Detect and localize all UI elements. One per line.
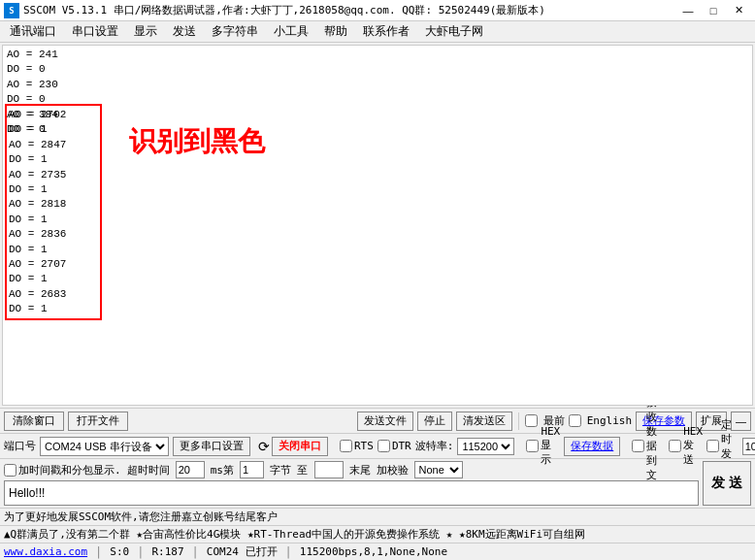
terminal-line: AO = 230 bbox=[7, 78, 748, 92]
terminal-line: AO = 384 bbox=[7, 108, 748, 122]
terminal-line: DO = 0 bbox=[7, 92, 748, 107]
terminal-line: AO = 241 bbox=[7, 48, 748, 62]
options-row: 加时间戳和分包显示. 超时时间 ms第 字节 至 末尾 加校验 None bbox=[4, 461, 699, 478]
time-packet-checkbox[interactable] bbox=[4, 464, 16, 477]
highlight-line: AO = 2818 bbox=[9, 197, 98, 212]
english-checkbox[interactable] bbox=[569, 414, 581, 427]
stop-button[interactable]: 停止 bbox=[417, 412, 452, 431]
baud-label: 波特率: bbox=[415, 439, 454, 453]
highlight-line: DO = 1 bbox=[9, 122, 98, 137]
baud-select[interactable]: 115200 bbox=[457, 438, 514, 455]
website-link[interactable]: www.daxia.com bbox=[4, 545, 87, 558]
menu-contact[interactable]: 联系作者 bbox=[355, 21, 417, 42]
text-input[interactable]: Hello!!! bbox=[4, 480, 699, 506]
recv-file-checkbox[interactable] bbox=[632, 440, 644, 452]
statusbar: www.daxia.com | S:0 | R:187 | COM24 已打开 … bbox=[0, 543, 755, 560]
input-row: 加时间戳和分包显示. 超时时间 ms第 字节 至 末尾 加校验 None Hel… bbox=[0, 459, 755, 508]
highlight-line: AO = 2702 bbox=[9, 108, 98, 122]
menubar: 通讯端口 串口设置 显示 发送 多字符串 小工具 帮助 联系作者 大虾电子网 bbox=[0, 21, 755, 43]
clear-window-button[interactable]: 清除窗口 bbox=[4, 412, 64, 431]
time-packet-group: 加时间戳和分包显示. bbox=[4, 463, 121, 478]
terminal-display[interactable]: AO = 241DO = 0AO = 230DO = 0AO = 384DO =… bbox=[2, 45, 753, 406]
menu-multistring[interactable]: 多字符串 bbox=[204, 21, 266, 42]
minimize-button[interactable]: — bbox=[675, 0, 701, 21]
timeout-label: 超时时间 bbox=[127, 463, 170, 478]
highlight-line: DO = 1 bbox=[9, 213, 98, 227]
input-area: 加时间戳和分包显示. 超时时间 ms第 字节 至 末尾 加校验 None Hel… bbox=[4, 461, 699, 506]
app-icon: S bbox=[4, 3, 19, 18]
highlight-line: AO = 2836 bbox=[9, 227, 98, 242]
r-counter: R:187 bbox=[151, 545, 183, 558]
terminal-line: DO = 0 bbox=[7, 122, 748, 137]
highlight-line: DO = 1 bbox=[9, 182, 98, 197]
marquee-text: ▲Q群满员了,没有第二个群 ★合宙高性价比4G模块 ★RT-Thread中国人的… bbox=[4, 528, 585, 541]
highlight-line: DO = 1 bbox=[9, 152, 98, 167]
highlight-box: AO = 2702DO = 1AO = 2847DO = 1AO = 2735D… bbox=[5, 104, 102, 320]
dtr-checkbox[interactable] bbox=[378, 440, 390, 452]
hex-send-checkbox[interactable] bbox=[669, 440, 681, 452]
hex-display-checkbox[interactable] bbox=[526, 440, 539, 452]
terminal-line: DO = 0 bbox=[7, 62, 748, 77]
highlight-line: AO = 2847 bbox=[9, 138, 98, 152]
highlight-line: AO = 2683 bbox=[9, 287, 98, 302]
close-port-button[interactable]: 关闭串口 bbox=[272, 437, 328, 456]
bottom-panel: 端口号 COM24 USB 串行设备 更多串口设置 ⟳ 关闭串口 RTS DTR… bbox=[0, 433, 755, 560]
rts-checkbox[interactable] bbox=[340, 440, 352, 452]
terminal-pre-highlight: AO = 241DO = 0AO = 230DO = 0AO = 384DO =… bbox=[7, 48, 748, 137]
port-status: COM24 已打开 bbox=[207, 544, 278, 559]
timed-send-checkbox[interactable] bbox=[706, 440, 719, 452]
app-icon-text: S bbox=[9, 6, 14, 16]
ms-label: ms第 bbox=[211, 463, 234, 478]
main-content: AO = 241DO = 0AO = 230DO = 0AO = 384DO =… bbox=[0, 43, 755, 560]
send-button[interactable]: 发 送 bbox=[703, 461, 751, 506]
rts-group: RTS bbox=[340, 440, 374, 452]
rts-label: RTS bbox=[354, 440, 374, 452]
menu-serial-settings[interactable]: 串口设置 bbox=[64, 21, 126, 42]
timed-value-input[interactable] bbox=[742, 438, 755, 455]
titlebar: S SSCOM V5.13.1 串口/网络数据调试器,作者:大虾丁丁,26180… bbox=[0, 0, 755, 21]
timeout-input[interactable] bbox=[176, 461, 205, 478]
highlight-line: AO = 2735 bbox=[9, 168, 98, 182]
baud-info: 115200bps,8,1,None,None bbox=[300, 545, 447, 558]
menu-comport[interactable]: 通讯端口 bbox=[2, 21, 64, 42]
checksum-select[interactable]: None bbox=[414, 461, 463, 478]
highlight-line: AO = 2707 bbox=[9, 257, 98, 272]
promo-text: 为了更好地发展SSCOM软件,请您注册嘉立创账号结尾客户 bbox=[4, 510, 278, 524]
char-label: 字节 至 bbox=[270, 463, 309, 478]
menu-send[interactable]: 发送 bbox=[165, 21, 204, 42]
packet-num-input[interactable] bbox=[240, 461, 264, 478]
port-select[interactable]: COM24 USB 串行设备 bbox=[40, 437, 169, 456]
refresh-icon[interactable]: ⟳ bbox=[258, 439, 270, 454]
tail-label: 末尾 bbox=[349, 463, 371, 478]
tail-input[interactable] bbox=[314, 461, 344, 478]
save-data-button[interactable]: 保存数据 bbox=[564, 437, 620, 456]
checksum-label: 加校验 bbox=[377, 463, 409, 478]
menu-help[interactable]: 帮助 bbox=[316, 21, 355, 42]
highlight-line: DO = 1 bbox=[9, 243, 98, 257]
clear-send-button[interactable]: 清发送区 bbox=[456, 412, 512, 431]
menu-display[interactable]: 显示 bbox=[126, 21, 165, 42]
send-file-button[interactable]: 发送文件 bbox=[357, 412, 413, 431]
english-label: English bbox=[587, 414, 632, 427]
dtr-group: DTR bbox=[378, 440, 411, 452]
window-controls: — □ ✕ bbox=[675, 0, 751, 21]
dtr-label: DTR bbox=[392, 440, 411, 452]
port-label: 端口号 bbox=[4, 439, 36, 453]
menu-tools[interactable]: 小工具 bbox=[266, 21, 316, 42]
chinese-label: 识别到黑色 bbox=[129, 123, 265, 160]
time-packet-label: 加时间戳和分包显示. bbox=[18, 463, 121, 478]
highlight-line: DO = 1 bbox=[9, 272, 98, 286]
highlighted-lines: AO = 2702DO = 1AO = 2847DO = 1AO = 2735D… bbox=[9, 108, 98, 316]
s-counter: S:0 bbox=[110, 545, 129, 558]
title-text: SSCOM V5.13.1 串口/网络数据调试器,作者:大虾丁丁,2618058… bbox=[23, 3, 675, 17]
marquee-row: ▲Q群满员了,没有第二个群 ★合宙高性价比4G模块 ★RT-Thread中国人的… bbox=[0, 525, 755, 543]
maximize-button[interactable]: □ bbox=[701, 0, 726, 21]
separator bbox=[518, 412, 519, 430]
menu-website[interactable]: 大虾电子网 bbox=[417, 21, 491, 42]
promo-row: 为了更好地发展SSCOM软件,请您注册嘉立创账号结尾客户 bbox=[0, 508, 755, 525]
more-ports-button[interactable]: 更多串口设置 bbox=[173, 437, 250, 456]
open-file-button[interactable]: 打开文件 bbox=[68, 412, 128, 431]
highlight-line: DO = 1 bbox=[9, 302, 98, 316]
port-row: 端口号 COM24 USB 串行设备 更多串口设置 ⟳ 关闭串口 RTS DTR… bbox=[0, 434, 755, 459]
close-button[interactable]: ✕ bbox=[726, 0, 751, 21]
